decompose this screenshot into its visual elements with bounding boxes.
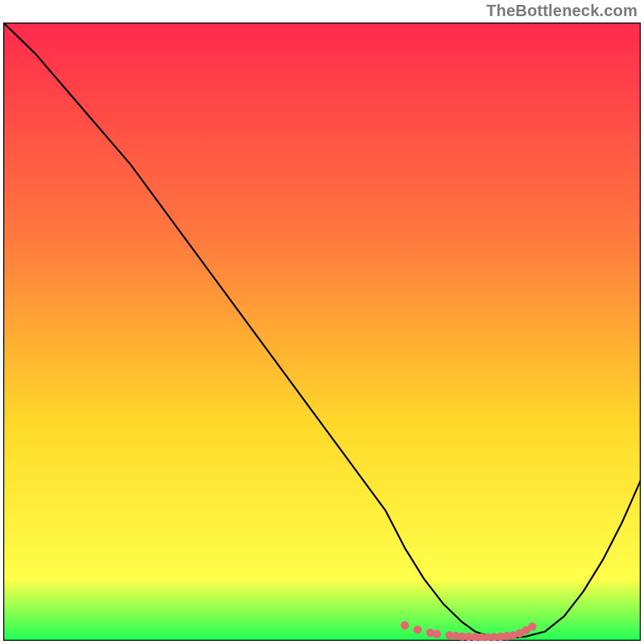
marker-dot [528, 622, 536, 630]
marker-dot [401, 621, 409, 630]
chart-frame: TheBottleneck.com [0, 0, 644, 644]
marker-dot [432, 630, 440, 638]
gradient-background [3, 23, 641, 641]
watermark-text: TheBottleneck.com [486, 2, 638, 20]
chart-svg [3, 23, 641, 641]
plot-area [3, 23, 641, 641]
marker-dot [414, 625, 422, 634]
